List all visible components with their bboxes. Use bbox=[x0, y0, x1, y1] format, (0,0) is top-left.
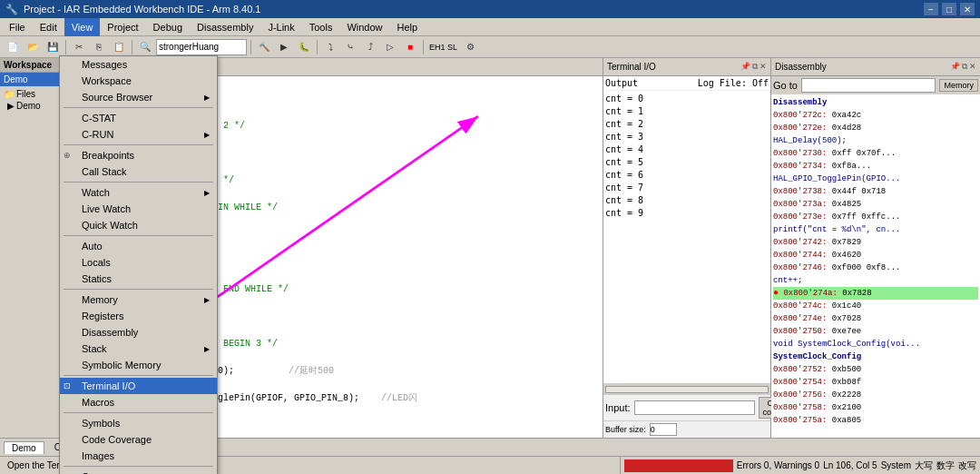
toolbar-sep-1 bbox=[65, 40, 66, 54]
menu-item-crun[interactable]: C-RUN ▶ bbox=[60, 126, 217, 143]
output-line-5: cnt = 5 bbox=[605, 156, 769, 169]
output-line-8: cnt = 8 bbox=[605, 194, 769, 207]
step-over-button[interactable]: ⤵ bbox=[321, 38, 339, 56]
step-into-button[interactable]: ⤷ bbox=[341, 38, 359, 56]
menu-item-code-coverage[interactable]: Code Coverage bbox=[60, 431, 217, 448]
disasm-line-17: 0x800'2758: 0x2100 bbox=[773, 401, 978, 414]
menu-edit[interactable]: Edit bbox=[33, 18, 64, 36]
menu-project[interactable]: Project bbox=[100, 18, 145, 36]
disasm-float-button[interactable]: ⧉ bbox=[962, 62, 967, 72]
menu-disassembly[interactable]: Disassembly bbox=[190, 18, 260, 36]
symbolic-memory-label: Symbolic Memory bbox=[82, 360, 161, 370]
macros-label: Macros bbox=[82, 397, 114, 408]
terminal-input[interactable] bbox=[634, 400, 755, 415]
menu-item-statics[interactable]: Statics bbox=[60, 271, 217, 287]
menu-item-memory[interactable]: Memory ▶ bbox=[60, 291, 217, 308]
disasm-pin-button[interactable]: 📌 bbox=[950, 62, 960, 72]
menu-item-symbols[interactable]: Symbols bbox=[60, 415, 217, 431]
terminal-close-button[interactable]: ✕ bbox=[760, 62, 767, 72]
disasm-label-cnt: cnt++; bbox=[773, 274, 978, 287]
memory-label: Memory bbox=[82, 294, 118, 305]
menu-item-cstat[interactable]: C-STAT bbox=[60, 110, 217, 126]
menu-item-messages[interactable]: Messages bbox=[60, 56, 217, 73]
debug-button[interactable]: 🐛 bbox=[295, 38, 313, 56]
terminal-io-icon: ⊡ bbox=[64, 381, 71, 390]
menu-item-quickwatch[interactable]: Quick Watch bbox=[60, 217, 217, 233]
menu-view[interactable]: View bbox=[64, 18, 101, 36]
menu-item-auto[interactable]: Auto bbox=[60, 238, 217, 254]
scrollbar-track[interactable] bbox=[605, 386, 769, 393]
disasm-line-3: 0x800'2730: 0xff 0x70f... bbox=[773, 147, 978, 160]
disasm-line-10: 0x800'2746: 0xf000 0xf8... bbox=[773, 262, 978, 274]
find-button[interactable]: 🔍 bbox=[136, 38, 154, 56]
search-input[interactable]: strongerHuang bbox=[156, 39, 247, 55]
source-browser-label: Source Browser bbox=[82, 92, 152, 103]
menu-file[interactable]: File bbox=[2, 18, 33, 36]
demo-icon: ▶ bbox=[4, 101, 15, 111]
titlebar-title: Project - IAR Embedded Workbench IDE - A… bbox=[24, 4, 260, 15]
settings-button[interactable]: ⚙ bbox=[461, 38, 479, 56]
position-indicator: Ln 106, Col 5 bbox=[823, 460, 877, 470]
goto-input[interactable] bbox=[801, 78, 936, 93]
titlebar: 🔧 Project - IAR Embedded Workbench IDE -… bbox=[0, 0, 980, 18]
step-out-button[interactable]: ⤴ bbox=[361, 38, 379, 56]
run-button[interactable]: ▷ bbox=[381, 38, 399, 56]
stack-label: Stack bbox=[82, 343, 107, 354]
watch-label: Watch bbox=[82, 187, 110, 198]
disasm-line-14: 0x800'2752: 0xb500 bbox=[773, 363, 978, 376]
terminal-input-area: Input: Ctrl codes Options... bbox=[603, 394, 770, 420]
menu-item-livewatch[interactable]: Live Watch bbox=[60, 201, 217, 217]
save-button[interactable]: 💾 bbox=[44, 38, 62, 56]
menu-help[interactable]: Help bbox=[390, 18, 426, 36]
copy-button[interactable]: ⎘ bbox=[90, 38, 108, 56]
stop-button[interactable]: ■ bbox=[401, 38, 419, 56]
terminal-scrollbar[interactable] bbox=[603, 383, 770, 394]
terminal-pin-button[interactable]: 📌 bbox=[740, 62, 750, 72]
bottom-tab-demo[interactable]: Demo bbox=[4, 441, 44, 454]
buffer-size-row: Buffer size: bbox=[603, 420, 770, 438]
menu-item-locals[interactable]: Locals bbox=[60, 254, 217, 271]
menu-item-workspace[interactable]: Workspace bbox=[60, 73, 217, 89]
compile-button[interactable]: 🔨 bbox=[255, 38, 273, 56]
output-line-1: cnt = 1 bbox=[605, 105, 769, 118]
terminal-float-button[interactable]: ⧉ bbox=[752, 62, 758, 72]
minimize-button[interactable]: − bbox=[924, 3, 938, 15]
memory-button[interactable]: Memory bbox=[939, 79, 978, 92]
disasm-label-togglepin: HAL_GPIO_TogglePin(GPIO... bbox=[773, 173, 978, 185]
menu-item-symbolic-memory[interactable]: Symbolic Memory bbox=[60, 357, 217, 373]
menu-item-callstack[interactable]: Call Stack bbox=[60, 163, 217, 180]
menu-item-macros[interactable]: Macros bbox=[60, 394, 217, 410]
menu-item-breakpoints[interactable]: ⊕ Breakpoints bbox=[60, 147, 217, 163]
new-file-button[interactable]: 📄 bbox=[4, 38, 22, 56]
menu-item-source-browser[interactable]: Source Browser ▶ bbox=[60, 89, 217, 105]
menu-item-images[interactable]: Images bbox=[60, 448, 217, 464]
paste-button[interactable]: 📋 bbox=[110, 38, 128, 56]
dm-sep-6 bbox=[64, 375, 213, 376]
close-button[interactable]: ✕ bbox=[960, 3, 975, 15]
open-file-button[interactable]: 📂 bbox=[24, 38, 42, 56]
dm-sep-4 bbox=[64, 235, 213, 236]
menu-window[interactable]: Window bbox=[339, 18, 389, 36]
menu-item-cores[interactable]: Cores bbox=[60, 469, 217, 474]
disasm-label-sysclock: void SystemClock_Config(voi... bbox=[773, 338, 978, 351]
output-line-7: cnt = 7 bbox=[605, 182, 769, 194]
disasm-close-button[interactable]: ✕ bbox=[969, 62, 976, 72]
menu-item-terminal-io[interactable]: ⊡ Terminal I/O bbox=[60, 378, 217, 394]
menu-debug[interactable]: Debug bbox=[146, 18, 190, 36]
build-button[interactable]: ▶ bbox=[275, 38, 293, 56]
buffer-size-input[interactable] bbox=[650, 423, 677, 436]
menu-item-disassembly[interactable]: Disassembly bbox=[60, 324, 217, 341]
disassembly-title: Disassembly bbox=[775, 62, 827, 72]
menu-tools[interactable]: Tools bbox=[302, 18, 340, 36]
output-lines: cnt = 0 cnt = 1 cnt = 2 cnt = 3 cnt = 4 … bbox=[605, 93, 769, 381]
menu-jlink[interactable]: J-Link bbox=[260, 18, 301, 36]
disassembly-header: Disassembly 📌 ⧉ ✕ bbox=[771, 58, 980, 76]
menu-item-watch[interactable]: Watch ▶ bbox=[60, 184, 217, 201]
terminal-title: Terminal I/O bbox=[607, 62, 656, 72]
menu-item-stack[interactable]: Stack ▶ bbox=[60, 341, 217, 357]
cut-button[interactable]: ✂ bbox=[70, 38, 88, 56]
maximize-button[interactable]: □ bbox=[942, 3, 956, 15]
menu-item-registers[interactable]: Registers bbox=[60, 308, 217, 324]
system-label: System bbox=[881, 460, 911, 470]
watch-arrow-icon: ▶ bbox=[204, 189, 210, 197]
